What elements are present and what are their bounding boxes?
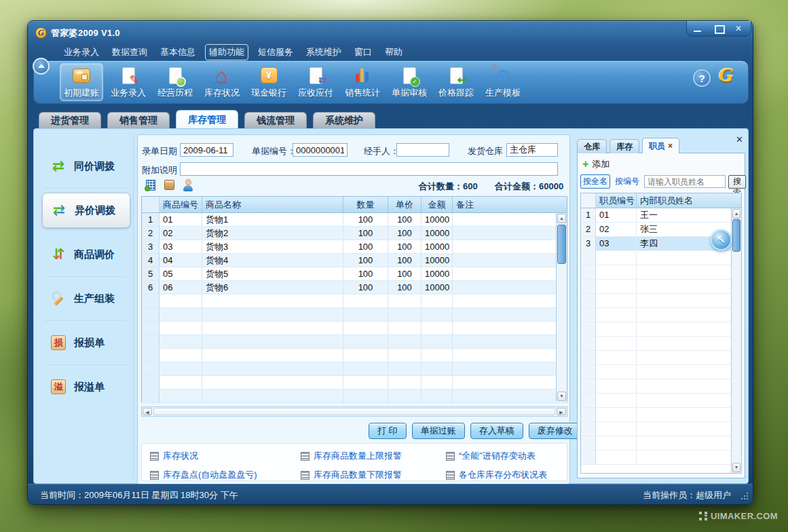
scrollbar-thumb[interactable] [732,219,740,252]
menu-item-sms-service[interactable]: 短信服务 [255,45,297,60]
collapse-toolbar-button[interactable] [33,58,50,75]
panel-close-icon[interactable]: ✕ [736,134,743,145]
tab-cashflow-management[interactable]: 钱流管理 [244,112,307,128]
staff-row[interactable]: 101王一 [581,208,741,223]
menu-item-system-maintenance[interactable]: 系统维护 [303,45,345,60]
tab-inventory-management[interactable]: 库存管理 [176,110,238,128]
toolbar-sales-statistics-button[interactable]: 销售统计 [341,63,384,101]
sidebar-item-loss-report[interactable]: 损报损单 [42,325,130,360]
menu-item-basic-info[interactable]: 基本信息 [157,45,199,60]
date-input[interactable] [180,143,233,157]
table-row[interactable] [142,308,567,322]
table-row[interactable] [142,362,567,376]
search-button[interactable]: 搜索 [728,175,746,189]
menu-item-business-entry[interactable]: 业务录入 [60,45,102,60]
lookup-tab-staff[interactable]: 职员× [642,138,679,153]
toolbar-operation-history-button[interactable]: 经营历程 [153,63,197,101]
table-row[interactable]: 202货物210010010000 [142,227,567,240]
staff-person-icon[interactable] [182,179,194,191]
warehouse-input[interactable] [506,143,558,157]
resize-grip[interactable] [741,493,748,499]
scroll-down-icon[interactable]: ▼ [732,463,740,472]
toolbar-cash-bank-button[interactable]: 现金银行 [247,63,290,101]
tab-system-maintenance[interactable]: 系统维护 [313,112,375,128]
staff-row[interactable] [581,308,741,322]
table-row[interactable]: 303货物310010010000 [142,240,567,254]
tab-sales-management[interactable]: 销售管理 [107,112,170,128]
note-input[interactable] [180,162,558,176]
tab-purchase-management[interactable]: 进货管理 [39,112,101,128]
table-row[interactable]: 505货物510010010000 [142,267,567,281]
sidebar-item-diff-price-transfer[interactable]: ⇄异价调拨 [42,193,130,228]
staff-row[interactable] [581,351,741,365]
table-row[interactable] [142,294,567,308]
inventory-status-link[interactable]: 库存状况 [150,449,301,463]
items-table-vertical-scrollbar[interactable]: ▲ ▼ [556,213,567,402]
staff-row[interactable] [581,365,741,379]
stock-lower-limit-alert-link[interactable]: 库存商品数量下限报警 [301,468,446,482]
add-row[interactable]: + 添加 [582,158,609,170]
scroll-up-icon[interactable]: ▲ [732,209,740,218]
staff-row[interactable] [581,379,741,394]
post-document-button[interactable]: 单据过账 [412,423,465,439]
scroll-down-icon[interactable]: ▼ [557,392,566,401]
toolbar-business-entry-button[interactable]: 业务录入 [107,63,150,101]
staff-row[interactable] [581,451,741,465]
menu-item-help-menu[interactable]: 帮助 [381,45,406,60]
staff-row[interactable] [581,265,741,280]
toolbar-receivable-payable-button[interactable]: 应收应付 [294,63,337,101]
doc-no-input[interactable] [293,143,348,157]
toolbar-document-audit-button[interactable]: 单据审核 [388,63,431,101]
staff-row[interactable] [581,422,741,436]
staff-row[interactable] [581,322,741,337]
filter-by-code[interactable]: 按编号 [613,175,641,188]
lookup-tab-warehouse[interactable]: 仓库 [577,139,607,153]
items-table-horizontal-scrollbar[interactable]: ◀ ▶ [141,406,567,417]
maximize-button[interactable] [711,24,726,34]
scroll-up-icon[interactable]: ▲ [557,214,566,223]
scrollbar-thumb[interactable] [557,225,566,264]
lookup-tab-inventory[interactable]: 库存 [609,139,639,153]
scroll-left-icon[interactable]: ◀ [143,408,152,415]
handler-input[interactable] [396,143,449,157]
toolbar-inventory-status-button[interactable]: ⌂库存状况 [200,63,244,101]
table-row[interactable]: 101货物110010010000 [142,213,567,227]
table-row[interactable] [142,349,567,362]
warehouse-building-icon[interactable] [146,180,155,191]
discard-changes-button[interactable]: 废弃修改 [529,423,582,439]
warehouse-distribution-link[interactable]: 各仓库库存分布状况表 [446,468,567,482]
staff-row[interactable] [581,436,741,451]
table-row[interactable] [142,335,567,349]
staff-search-input[interactable] [644,175,726,188]
menu-item-data-query[interactable]: 数据查询 [109,45,151,60]
print-button[interactable]: 打 印 [369,423,407,439]
staff-row[interactable] [581,280,741,294]
toolbar-initial-setup-button[interactable]: 初期建账 [60,63,103,101]
sidebar-item-goods-price-adjust[interactable]: ⇵商品调价 [42,237,130,272]
staff-row[interactable] [581,408,741,422]
minimize-button[interactable] [690,24,705,34]
staff-row[interactable] [581,251,741,265]
goods-package-icon[interactable] [164,180,174,190]
table-row[interactable]: 404货物410010010000 [142,254,567,267]
close-button[interactable] [732,24,747,34]
sidebar-item-same-price-transfer[interactable]: ⇄同价调拨 [42,149,130,184]
table-row[interactable]: 606货物610010010000 [142,281,567,294]
table-row[interactable] [142,376,567,390]
almighty-flow-report-link[interactable]: “全能”进销存变动表 [446,449,567,463]
staff-row[interactable] [581,294,741,308]
menu-item-window-menu[interactable]: 窗口 [351,45,375,60]
toolbar-price-tracking-button[interactable]: 价格跟踪 [434,63,478,101]
stock-check-link[interactable]: 库存盘点(自动盘盈盘亏) [150,468,301,482]
save-draft-button[interactable]: 存入草稿 [470,423,523,439]
sidebar-item-surplus-report[interactable]: 溢报溢单 [42,369,130,404]
staff-row[interactable] [581,394,741,408]
tab-close-icon[interactable]: × [668,141,673,151]
stock-upper-limit-alert-link[interactable]: 库存商品数量上限报警 [301,449,446,463]
staff-table-vertical-scrollbar[interactable]: ▲ ▼ [731,208,741,473]
table-row[interactable] [142,390,567,403]
help-icon[interactable] [693,69,711,87]
filter-by-fullname[interactable]: 按全名 [580,174,610,189]
toolbar-production-template-button[interactable]: ⚙生产模板 [481,63,525,101]
scroll-right-icon[interactable]: ▶ [557,408,566,415]
